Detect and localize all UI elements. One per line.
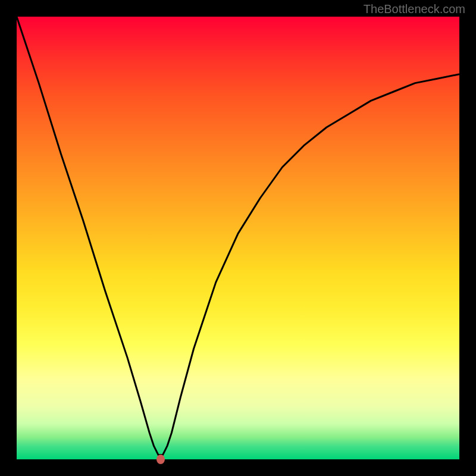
curve-svg [17, 17, 459, 459]
bottleneck-curve [17, 17, 459, 455]
optimum-marker-icon [156, 455, 165, 464]
plot-area [17, 17, 459, 459]
watermark-text: TheBottleneck.com [364, 2, 465, 16]
